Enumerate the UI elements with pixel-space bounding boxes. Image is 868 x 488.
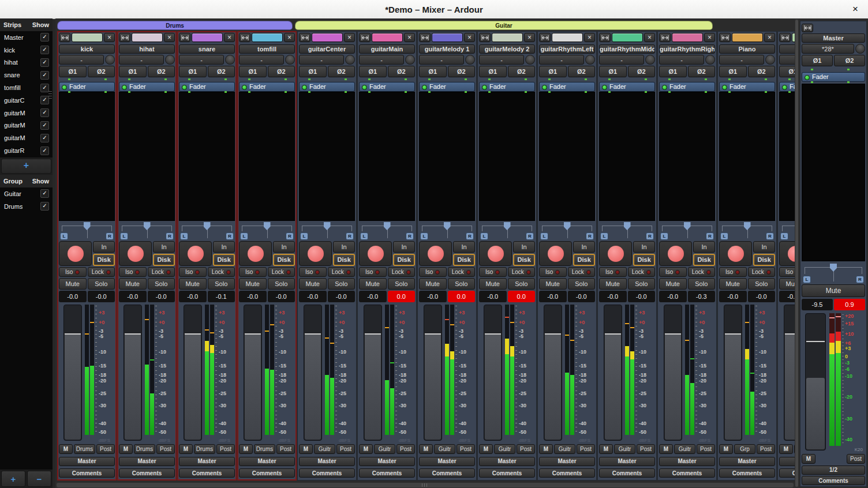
strip-width-button[interactable] [419, 33, 431, 42]
invert2-button[interactable]: Ø2 [448, 66, 476, 77]
solo-button[interactable]: Solo [448, 278, 476, 290]
solo-isolate-button[interactable]: Iso [659, 267, 687, 277]
invert1-button[interactable]: Ø1 [802, 55, 833, 66]
strip-width-button[interactable] [59, 33, 70, 42]
mute-button[interactable]: Mute [599, 278, 627, 290]
visibility-checkbox[interactable]: ✓ [40, 46, 49, 54]
peak-display[interactable]: 0.0 [388, 291, 416, 302]
processor-box[interactable] [539, 92, 595, 221]
group-button[interactable]: Guitr [614, 444, 635, 454]
invert2-button[interactable]: Ø2 [328, 66, 356, 77]
output-button[interactable]: Master [299, 457, 355, 466]
group-button[interactable]: Guitr [554, 444, 575, 454]
gain-display[interactable]: -0.0 [179, 291, 207, 302]
pan-widget[interactable]: L R [802, 262, 865, 283]
gain-display[interactable]: -0.0 [239, 291, 267, 302]
invert1-button[interactable]: Ø1 [779, 66, 795, 77]
input-button[interactable]: - [719, 55, 764, 65]
sidebar-list-item[interactable]: Guitar ✓ [0, 187, 53, 200]
record-arm-button[interactable] [719, 241, 752, 266]
peak-display[interactable]: -0.0 [268, 291, 295, 302]
gain-display[interactable]: -0.0 [779, 291, 795, 302]
master-route-button[interactable]: *28* [802, 44, 854, 54]
gain-display[interactable]: -0.0 [59, 291, 87, 302]
mute-button[interactable]: Mute [659, 278, 687, 290]
gain-display[interactable]: -0.0 [359, 291, 387, 302]
invert1-button[interactable]: Ø1 [59, 66, 87, 77]
fader-handle[interactable] [185, 333, 201, 335]
fader-processor-button[interactable]: Fader [802, 72, 865, 82]
pan-widget[interactable]: L R [179, 222, 235, 240]
strip-width-button[interactable] [479, 33, 491, 42]
visibility-checkbox[interactable]: ✓ [40, 147, 49, 155]
group-button[interactable]: Guitr [674, 444, 695, 454]
record-arm-button[interactable] [239, 241, 272, 266]
input-button[interactable]: - [539, 55, 584, 65]
solo-button[interactable]: Solo [268, 278, 295, 290]
strip-color[interactable] [192, 33, 223, 42]
mute-button[interactable]: Mute [802, 284, 865, 297]
solo-lock-button[interactable]: Lock [628, 267, 656, 277]
solo-button[interactable]: Solo [568, 278, 596, 290]
trim-knob[interactable] [345, 55, 355, 65]
output-button[interactable]: Master [119, 457, 175, 466]
output-button[interactable]: Master [539, 457, 595, 466]
strip-name-button[interactable]: snare [179, 44, 235, 54]
processor-box[interactable] [359, 92, 415, 221]
comments-button[interactable]: Comments [419, 468, 475, 478]
title-bar[interactable]: *Demo – Mixer – Ardour × [0, 0, 868, 19]
mute-button[interactable]: Mute [359, 278, 387, 290]
invert1-button[interactable]: Ø1 [179, 66, 207, 77]
strip-name-button[interactable]: guitarRhythmMiddle [599, 44, 655, 54]
comments-button[interactable]: Comments [779, 468, 795, 478]
pan-widget[interactable]: L R [59, 222, 115, 240]
invert1-button[interactable]: Ø1 [599, 66, 627, 77]
monitor-section-button[interactable]: M [659, 444, 673, 454]
fader-handle[interactable] [785, 333, 795, 335]
fader-processor-button[interactable]: Fader [479, 82, 535, 92]
invert2-button[interactable]: Ø2 [568, 66, 596, 77]
strip-name-button[interactable]: tomfill [239, 44, 295, 54]
monitor-section-button[interactable]: M [539, 444, 553, 454]
pan-right-button[interactable]: R [346, 232, 354, 240]
solo-isolate-button[interactable]: Iso [599, 267, 627, 277]
strip-close-button[interactable]: × [464, 33, 475, 42]
trim-knob[interactable] [285, 55, 295, 65]
solo-lock-button[interactable]: Lock [448, 267, 476, 277]
record-arm-button[interactable] [179, 241, 212, 266]
mute-button[interactable]: Mute [539, 278, 567, 290]
pan-right-button[interactable]: R [166, 232, 174, 240]
comments-button[interactable]: Comments [719, 468, 775, 478]
pan-right-button[interactable]: R [466, 232, 474, 240]
strip-color[interactable] [492, 33, 523, 42]
pan-widget[interactable]: L R [539, 222, 595, 240]
strip-width-button[interactable] [299, 33, 310, 42]
gain-display[interactable]: -0.0 [479, 291, 507, 302]
solo-lock-button[interactable]: Lock [388, 267, 416, 277]
fader-handle[interactable] [605, 333, 621, 335]
master-name-button[interactable]: Master [802, 33, 865, 43]
monitor-disk-button[interactable]: Disk [753, 254, 775, 266]
processor-box[interactable] [779, 92, 795, 221]
strip-close-button[interactable]: × [284, 33, 295, 42]
invert2-button[interactable]: Ø2 [388, 66, 416, 77]
trim-knob[interactable] [165, 55, 175, 65]
group-button[interactable]: Grp [734, 444, 755, 454]
pan-left-button[interactable]: L [360, 232, 368, 240]
monitor-input-button[interactable]: In [513, 241, 535, 253]
pan-widget[interactable]: L R [719, 222, 775, 240]
strip-width-button[interactable] [719, 33, 731, 42]
metering-point-button[interactable]: Post [336, 444, 355, 454]
gain-fader[interactable] [664, 305, 682, 441]
mute-button[interactable]: Mute [419, 278, 447, 290]
solo-button[interactable]: Solo [628, 278, 656, 290]
strip-close-button[interactable]: × [584, 33, 595, 42]
strip-width-button[interactable] [599, 33, 611, 42]
solo-button[interactable]: Solo [688, 278, 716, 290]
input-button[interactable]: - [779, 55, 795, 65]
sidebar-list-item[interactable]: guitarR ✓ [0, 144, 53, 157]
monitor-section-button[interactable]: M [59, 444, 73, 454]
window-close-button[interactable]: × [848, 2, 862, 16]
solo-button[interactable]: Solo [748, 278, 776, 290]
comments-button[interactable]: Comments [539, 468, 595, 478]
